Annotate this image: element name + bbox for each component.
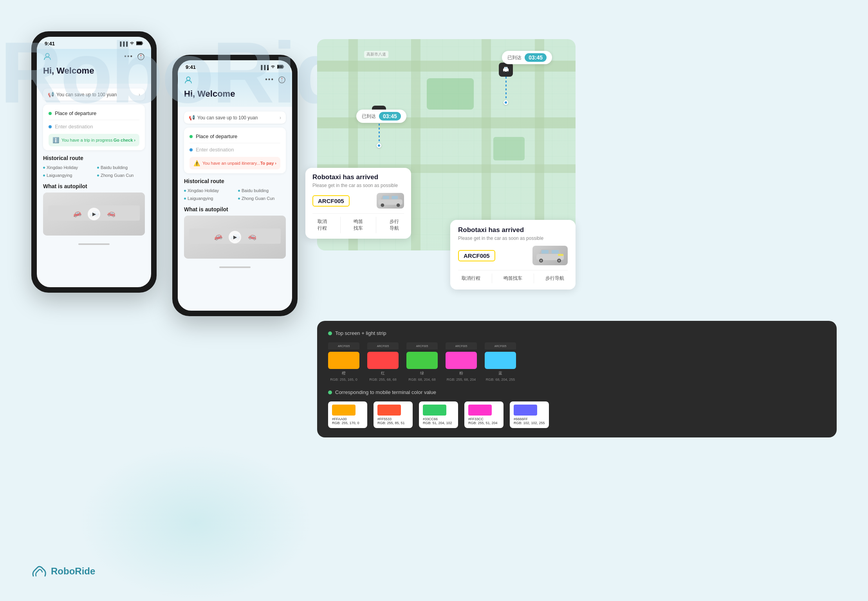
compass-icon-1[interactable] [137,53,145,62]
phone-mockup-1: 9:41 ▐▐▐ [31,31,157,293]
cancel-trip-btn-small[interactable]: 取消行程 [312,217,332,233]
list-item[interactable]: Zhong Guan Cun [238,195,286,202]
svg-rect-39 [392,196,398,199]
small-swatch-codes-5: RGB: 102, 102, 255 [514,421,545,425]
small-swatch-row: #FFAA00 RGB: 255, 170, 0 #FF5533 RGB: 25… [328,401,826,428]
user-icon-2[interactable] [184,76,193,86]
trip-link-label-1: Go check [114,138,133,142]
small-swatch-group: #FF33CC RGB: 255, 51, 204 [464,401,503,428]
phone-header-2: ••• Hi, Welcome [178,72,292,107]
small-swatch-codes-3: RGB: 51, 204, 102 [423,421,452,425]
route-name: Xingdao Holiday [47,165,78,170]
departure-row-2[interactable]: Place of departure [189,131,280,141]
car-plate-small: ARCF005 [312,195,350,207]
trip-text-1: You have a trip in progress [61,138,112,142]
promo-banner-2[interactable]: 📢 You can save up to 100 yuan › [184,112,286,124]
list-item[interactable]: Baidu building [238,187,286,194]
svg-point-33 [540,260,542,262]
route-bullet [43,175,45,176]
play-button-2[interactable]: ▶ [229,231,241,243]
menu-icon-1[interactable]: ••• [124,53,133,62]
list-item[interactable]: Zhong Guan Cun [97,172,145,178]
promo-text-2: 📢 You can save up to 100 yuan [189,115,258,121]
trip-arrow-2: › [275,161,276,166]
car-info-large: ARCF005 [458,246,568,265]
phone-body-1: 📢 You can save up to 100 yuan › Place of… [37,84,151,240]
battery-icon-1 [136,41,143,46]
departure-label-2: Place of departure [196,133,237,139]
promo-banner-1[interactable]: 📢 You can save up to 100 yuan › [43,88,145,101]
phone-nav-1: ••• [43,52,145,63]
right-panel: 高新市八道 高新市九道 [317,31,837,437]
small-swatch-codes-1: RGB: 255, 170, 0 [332,421,359,425]
list-item[interactable]: Xingdao Holiday [43,164,91,171]
list-item[interactable]: Baidu building [97,164,145,171]
small-swatch-group: #FF5533 RGB: 255, 85, 51 [374,401,413,428]
destination-row-1[interactable]: Enter destination [49,122,139,131]
route-card-2: Place of departure Enter destination ⚠️ … [184,128,286,173]
route-card-1: Place of departure Enter destination ℹ️ … [43,104,145,150]
palette-header-bottom: Corresponding to mobile terminal color v… [328,389,826,395]
autopilot-video-2[interactable]: 🚗 🚙 🚗 ▶ [184,216,286,259]
route-name: Zhong Guan Cun [101,173,134,178]
honk-btn-small[interactable]: 鸣笛找车 [348,217,368,233]
trip-link-2[interactable]: To pay › [260,161,276,166]
destination-label-2: Enter destination [196,147,234,153]
signal-2: ▐▐▐ [260,65,269,70]
signal-1: ▐▐▐ [119,41,128,46]
brand-logo: RoboRide [31,565,95,578]
list-item[interactable]: Laiguangying [184,195,232,202]
promo-arrow-1: › [139,92,140,97]
trip-banner-1[interactable]: ℹ️ You have a trip in progress Go check … [49,134,139,146]
list-item[interactable]: Laiguangying [43,172,91,178]
list-item[interactable]: Xingdao Holiday [184,187,232,194]
swatch-blue [485,352,516,369]
navigate-btn-large[interactable]: 步行导航 [542,274,567,283]
small-swatch-label-5: #6666FF [514,417,528,421]
dotted-line-2 [379,120,380,143]
trip-link-1[interactable]: Go check › [114,138,135,142]
swatch-orange [328,352,359,369]
small-swatch-label-3: #33CC66 [423,417,438,421]
navigate-btn-small[interactable]: 步行导航 [384,217,404,233]
action-buttons-small: 取消行程 鸣笛找车 步行导航 [312,213,404,233]
cancel-trip-btn-large[interactable]: 取消行程 [458,274,484,283]
swatch-label-blue: 蓝 [498,371,502,376]
home-indicator-2 [219,266,251,268]
historical-routes-1: Xingdao Holiday Baidu building Laiguangy… [43,164,145,178]
compass-icon-2[interactable] [278,76,286,85]
menu-icon-2[interactable]: ••• [265,76,274,85]
small-swatch-4 [468,405,492,416]
green-dot-2 [189,135,193,138]
svg-point-14 [503,71,505,72]
svg-rect-7 [278,65,283,68]
swatch-label-red: 红 [381,371,385,376]
trip-icon-2: ⚠️ [193,160,200,166]
phones-container: 9:41 ▐▐▐ [31,31,298,437]
blue-dot-1 [49,125,52,128]
autopilot-video-1[interactable]: 🚗 🚙 🚗 ▶ [43,193,145,236]
main-layout: 9:41 ▐▐▐ [0,0,868,449]
phone-nav-icons-2: ••• [265,76,286,85]
departure-row-1[interactable]: Place of departure [49,108,139,118]
palette-label-bottom: Corresponding to mobile terminal color v… [335,389,436,395]
promo-icon-2: 📢 [189,115,195,121]
svg-rect-35 [558,254,563,256]
honk-btn-large[interactable]: 鸣笛找车 [500,274,525,283]
route-bullet [43,167,45,169]
arrived-badge-top: 已到达 03:45 [502,51,552,64]
trip-banner-2[interactable]: ⚠️ You have an unpaid itinerary... To pa… [189,157,280,169]
svg-point-40 [381,203,384,207]
small-swatch-label-4: #FF33CC [468,417,484,421]
map-car-pin-1 [499,63,513,105]
user-icon-1[interactable] [43,52,52,63]
phone-screen-1: 9:41 ▐▐▐ [37,37,151,287]
bg-decoration [78,444,313,601]
destination-row-2[interactable]: Enter destination [189,145,280,155]
phone-screen-2: 9:41 ▐▐▐ [178,60,292,311]
promo-arrow-2: › [280,115,281,121]
play-button-1[interactable]: ▶ [88,208,100,220]
status-icons-1: ▐▐▐ [119,41,143,46]
small-swatch-codes-2: RGB: 255, 85, 51 [377,421,405,425]
svg-marker-11 [282,80,283,83]
